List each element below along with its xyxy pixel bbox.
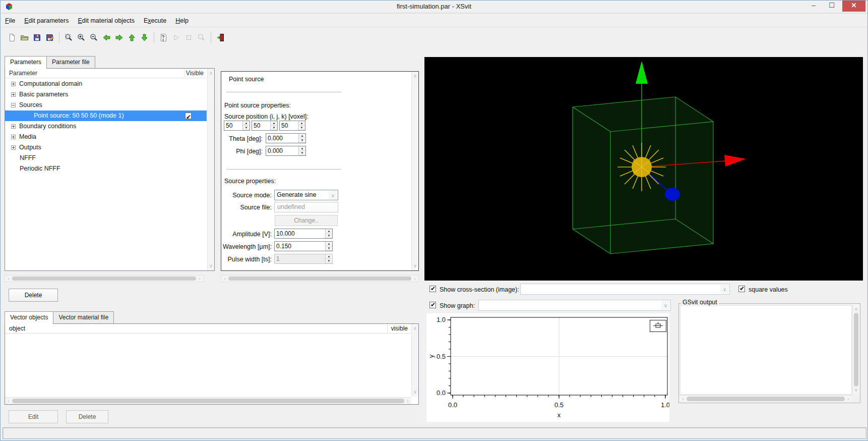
square-values-checkbox[interactable] bbox=[738, 286, 745, 292]
scroll-down-icon[interactable]: ∨ bbox=[412, 263, 418, 269]
position-k-spinbox[interactable]: ▲▼ bbox=[279, 121, 305, 131]
spinner-arrows[interactable]: ▲▼ bbox=[298, 134, 305, 143]
scrollbar-thumb[interactable] bbox=[12, 277, 196, 281]
arrow-up-icon[interactable] bbox=[126, 31, 138, 43]
scroll-up-icon[interactable]: ∧ bbox=[412, 325, 418, 332]
play-icon[interactable] bbox=[170, 31, 182, 43]
scroll-up-icon[interactable]: ∧ bbox=[208, 70, 214, 76]
zoom-out-icon[interactable] bbox=[88, 31, 100, 43]
wavelength-input[interactable] bbox=[275, 242, 325, 251]
scroll-right-icon[interactable]: › bbox=[412, 275, 417, 282]
open-folder-icon[interactable] bbox=[18, 31, 31, 43]
form-horizontal-scrollbar[interactable]: ‹ › bbox=[221, 275, 419, 282]
tab-parameters[interactable]: Parameters bbox=[5, 56, 47, 69]
position-k-input[interactable] bbox=[280, 121, 298, 130]
position-i-input[interactable] bbox=[224, 121, 242, 130]
chevron-down-icon[interactable]: ∨ bbox=[329, 191, 337, 199]
arrow-down-icon[interactable] bbox=[138, 31, 151, 43]
scroll-up-icon[interactable]: ∧ bbox=[853, 306, 859, 312]
expander-plus-icon[interactable] bbox=[11, 124, 16, 129]
expander-plus-icon[interactable] bbox=[11, 145, 16, 150]
spinner-arrows[interactable]: ▲▼ bbox=[298, 121, 305, 130]
tree-row-outputs[interactable]: Outputs bbox=[5, 142, 207, 153]
scrollbar-thumb[interactable] bbox=[687, 397, 845, 401]
show-cross-section-checkbox[interactable] bbox=[429, 286, 436, 292]
expander-plus-icon[interactable] bbox=[11, 135, 16, 139]
scroll-right-icon[interactable]: › bbox=[405, 398, 410, 404]
watch-icon[interactable] bbox=[195, 31, 208, 43]
scroll-left-icon[interactable]: ‹ bbox=[680, 396, 686, 402]
tree-row-basic-parameters[interactable]: Basic parameters bbox=[5, 89, 207, 100]
form-vertical-scrollbar[interactable]: ∧ ∨ bbox=[411, 72, 418, 270]
expander-minus-icon[interactable] bbox=[11, 103, 16, 107]
spinner-arrows[interactable]: ▲▼ bbox=[325, 229, 332, 238]
scroll-down-icon[interactable]: ∨ bbox=[412, 389, 418, 395]
new-file-icon[interactable] bbox=[6, 31, 18, 43]
title-bar[interactable]: first-simulation.par - XSvit – ☐ ✕ bbox=[1, 1, 867, 13]
tree-row-computational-domain[interactable]: Computational domain bbox=[5, 79, 207, 89]
chevron-down-icon[interactable]: ∨ bbox=[720, 285, 729, 294]
check-file-icon[interactable] bbox=[157, 31, 170, 43]
scroll-down-icon[interactable]: ∨ bbox=[853, 387, 859, 393]
tree-row-boundary-conditions[interactable]: Boundary conditions bbox=[5, 121, 207, 132]
expander-plus-icon[interactable] bbox=[11, 82, 16, 86]
position-j-spinbox[interactable]: ▲▼ bbox=[252, 121, 278, 131]
expander-plus-icon[interactable] bbox=[11, 92, 16, 97]
tree-row-point-source-50-50-50-mode-1[interactable]: Point source: 50 50 50 (mode 1) bbox=[5, 111, 207, 121]
tab-vector-objects[interactable]: Vector objects bbox=[5, 311, 53, 324]
scroll-up-icon[interactable]: ∧ bbox=[412, 73, 418, 79]
tree-row-nfff[interactable]: NFFF bbox=[5, 153, 207, 163]
spinner-arrows[interactable]: ▲▼ bbox=[325, 242, 332, 251]
chevron-down-icon[interactable]: ∨ bbox=[661, 301, 670, 310]
menu-edit-material-objects[interactable]: Edit material objects bbox=[73, 14, 139, 27]
maximize-button[interactable]: ☐ bbox=[824, 1, 839, 12]
scroll-left-icon[interactable]: ‹ bbox=[6, 275, 11, 282]
scrollbar-thumb[interactable] bbox=[854, 313, 858, 387]
theta-input[interactable] bbox=[266, 134, 298, 143]
save-icon[interactable] bbox=[31, 31, 43, 43]
minimize-button[interactable]: – bbox=[806, 1, 821, 12]
3d-viewport[interactable] bbox=[424, 57, 863, 281]
gsvit-vertical-scrollbar[interactable]: ∧ ∨ bbox=[852, 305, 859, 395]
vector-vertical-scrollbar[interactable]: ∧ ∨ bbox=[411, 324, 418, 397]
phi-input[interactable] bbox=[266, 146, 298, 155]
cross-section-combobox[interactable]: ∨ bbox=[520, 284, 730, 295]
theta-spinbox[interactable]: ▲▼ bbox=[266, 133, 306, 143]
spinner-arrows[interactable]: ▲▼ bbox=[298, 146, 305, 155]
gsvit-horizontal-scrollbar[interactable]: ‹ › bbox=[679, 395, 852, 402]
position-i-spinbox[interactable]: ▲▼ bbox=[224, 121, 250, 131]
gsvit-output-textarea[interactable] bbox=[680, 305, 852, 395]
tree-row-media[interactable]: Media bbox=[5, 132, 207, 142]
amplitude-input[interactable] bbox=[275, 229, 325, 238]
graph-widget[interactable]: 0.00.51.00.00.51.0xy bbox=[426, 313, 669, 422]
stop-icon[interactable] bbox=[182, 31, 195, 43]
show-graph-checkbox[interactable] bbox=[429, 302, 436, 308]
scrollbar-thumb[interactable] bbox=[228, 277, 411, 281]
scroll-right-icon[interactable]: › bbox=[197, 275, 202, 282]
menu-edit-parameters[interactable]: Edit parameters bbox=[20, 14, 73, 27]
tab-parameter-file[interactable]: Parameter file bbox=[46, 56, 95, 68]
change-button[interactable]: Change.. bbox=[275, 215, 338, 226]
menu-file[interactable]: File bbox=[1, 14, 20, 27]
tree-vertical-scrollbar[interactable]: ∧ ∨ bbox=[207, 69, 214, 270]
graph-zoom-button[interactable] bbox=[650, 320, 666, 332]
scroll-down-icon[interactable]: ∨ bbox=[208, 263, 214, 269]
scroll-right-icon[interactable]: › bbox=[846, 396, 851, 402]
delete-parameter-button[interactable]: Delete bbox=[9, 289, 58, 302]
arrow-left-icon[interactable] bbox=[100, 31, 113, 43]
zoom-fit-icon[interactable] bbox=[63, 31, 75, 43]
tree-row-periodic-nfff[interactable]: Periodic NFFF bbox=[5, 163, 207, 174]
close-button[interactable]: ✕ bbox=[842, 1, 865, 12]
source-mode-combobox[interactable]: Generate sine ∨ bbox=[274, 190, 338, 200]
edit-vector-button[interactable]: Edit bbox=[9, 410, 58, 423]
spinner-arrows[interactable]: ▲▼ bbox=[270, 121, 277, 130]
scroll-left-icon[interactable]: ‹ bbox=[6, 398, 11, 404]
scroll-left-icon[interactable]: ‹ bbox=[222, 275, 227, 282]
wavelength-spinbox[interactable]: ▲▼ bbox=[274, 241, 333, 251]
menu-execute[interactable]: Execute bbox=[139, 14, 171, 27]
graph-combobox[interactable]: ∨ bbox=[478, 300, 671, 311]
position-j-input[interactable] bbox=[252, 121, 270, 130]
visible-checkbox[interactable] bbox=[185, 113, 192, 119]
tree-row-sources[interactable]: Sources bbox=[5, 100, 207, 111]
spinner-arrows[interactable]: ▲▼ bbox=[242, 121, 250, 130]
